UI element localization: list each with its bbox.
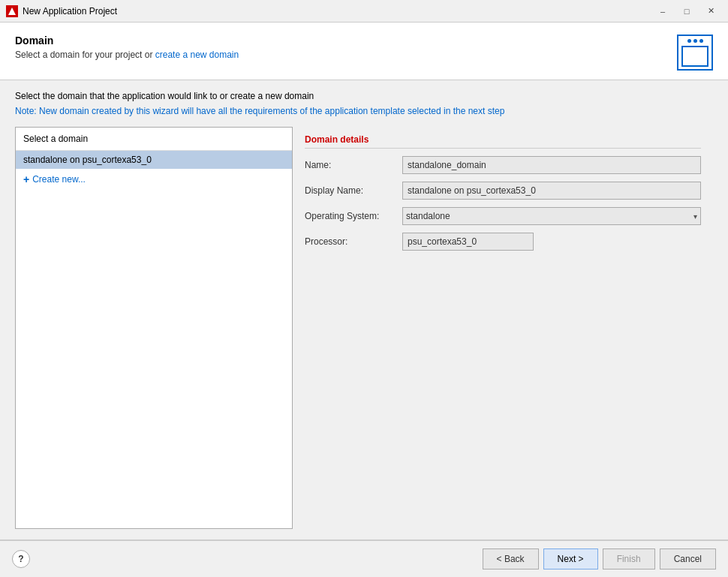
- dialog-header-left: Domain Select a domain for your project …: [15, 35, 239, 60]
- dialog-header-subtitle: Select a domain for your project or crea…: [15, 50, 239, 60]
- processor-row: Processor:: [305, 233, 701, 251]
- display-name-row: Display Name:: [305, 182, 701, 200]
- dialog-header-icon: [677, 35, 713, 71]
- create-new-domain-link[interactable]: create a new domain: [155, 50, 239, 60]
- dialog-footer: ? < Back Next > Finish Cancel: [0, 540, 728, 577]
- chevron-down-icon: ▾: [693, 212, 697, 221]
- app-icon: [6, 5, 18, 17]
- os-row: Operating System: standalone ▾: [305, 207, 701, 225]
- content-description: Select the domain that the application w…: [15, 91, 713, 101]
- dialog-header: Domain Select a domain for your project …: [0, 23, 728, 80]
- domain-list-item[interactable]: standalone on psu_cortexa53_0: [16, 151, 292, 169]
- name-label: Name:: [305, 160, 402, 170]
- title-bar-text: New Application Project: [23, 6, 651, 17]
- icon-screen: [681, 46, 708, 67]
- icon-dots: [687, 39, 703, 43]
- title-bar: New Application Project – □ ✕: [0, 0, 728, 23]
- plus-icon: +: [23, 173, 29, 185]
- dialog-content: Select the domain that the application w…: [0, 80, 728, 539]
- panels: Select a domain standalone on psu_cortex…: [15, 127, 713, 529]
- title-bar-controls: – □ ✕: [651, 3, 722, 20]
- dot2: [693, 39, 697, 43]
- create-new-button[interactable]: + Create new...: [16, 169, 292, 190]
- maximize-button[interactable]: □: [675, 3, 698, 20]
- display-name-input[interactable]: [402, 182, 701, 200]
- footer-left: ?: [12, 550, 30, 568]
- processor-label: Processor:: [305, 236, 402, 247]
- os-select[interactable]: standalone ▾: [402, 207, 701, 225]
- dot1: [687, 39, 691, 43]
- os-label: Operating System:: [305, 211, 402, 221]
- finish-button: Finish: [603, 548, 655, 569]
- left-panel-header: Select a domain: [16, 128, 292, 151]
- content-note: Note: New domain created by this wizard …: [15, 106, 713, 116]
- cancel-button[interactable]: Cancel: [660, 548, 716, 569]
- help-button[interactable]: ?: [12, 550, 30, 568]
- os-value: standalone: [406, 211, 693, 221]
- dialog-header-title: Domain: [15, 35, 239, 47]
- footer-buttons: < Back Next > Finish Cancel: [483, 548, 716, 569]
- back-button[interactable]: < Back: [483, 548, 539, 569]
- subtitle-text-part1: Select a domain for your project or: [15, 50, 155, 60]
- right-panel-title: Domain details: [305, 134, 701, 149]
- right-panel: Domain details Name: Display Name: Opera…: [293, 127, 713, 529]
- create-new-label: Create new...: [32, 174, 86, 185]
- processor-input[interactable]: [402, 233, 534, 251]
- dialog: Domain Select a domain for your project …: [0, 23, 728, 577]
- next-button[interactable]: Next >: [543, 548, 598, 569]
- close-button[interactable]: ✕: [699, 3, 722, 20]
- left-panel: Select a domain standalone on psu_cortex…: [15, 127, 293, 529]
- display-name-label: Display Name:: [305, 185, 402, 196]
- minimize-button[interactable]: –: [651, 3, 674, 20]
- name-row: Name:: [305, 156, 701, 174]
- dot3: [699, 39, 703, 43]
- name-input[interactable]: [402, 156, 701, 174]
